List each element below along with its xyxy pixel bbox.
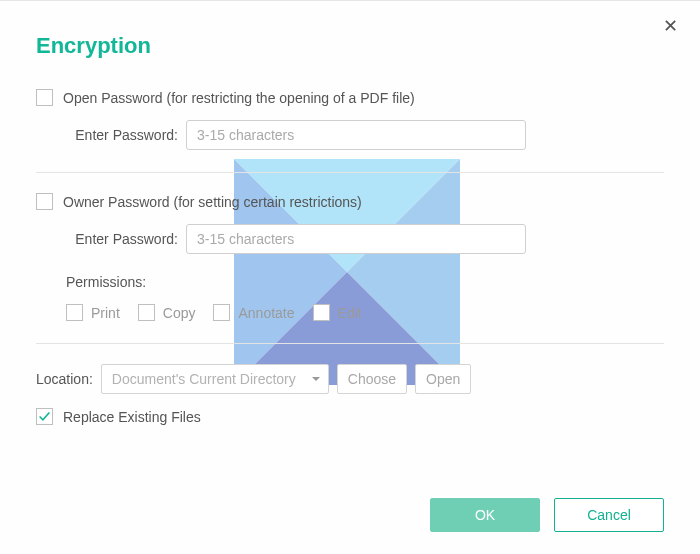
permission-annotate: Annotate xyxy=(213,304,294,321)
location-label: Location: xyxy=(36,371,93,387)
owner-password-field: Enter Password: xyxy=(36,224,664,254)
open-password-row: Open Password (for restricting the openi… xyxy=(36,89,664,106)
permissions-section: Permissions: Print Copy Annotate Edit xyxy=(36,274,664,321)
permission-print-checkbox[interactable] xyxy=(66,304,83,321)
owner-password-checkbox[interactable] xyxy=(36,193,53,210)
owner-password-label: Owner Password (for setting certain rest… xyxy=(63,194,362,210)
permission-copy-label: Copy xyxy=(163,305,196,321)
open-button[interactable]: Open xyxy=(415,364,471,394)
permission-edit-label: Edit xyxy=(338,305,362,321)
replace-existing-label: Replace Existing Files xyxy=(63,409,201,425)
open-password-input[interactable] xyxy=(186,120,526,150)
open-password-label: Open Password (for restricting the openi… xyxy=(63,90,415,106)
choose-button[interactable]: Choose xyxy=(337,364,407,394)
owner-password-input-label: Enter Password: xyxy=(66,231,178,247)
chevron-down-icon xyxy=(312,377,320,381)
permission-annotate-checkbox[interactable] xyxy=(213,304,230,321)
ok-button[interactable]: OK xyxy=(430,498,540,532)
permission-annotate-label: Annotate xyxy=(238,305,294,321)
location-selected-value: Document's Current Directory xyxy=(112,371,296,387)
open-password-field: Enter Password: xyxy=(36,120,664,150)
cancel-button[interactable]: Cancel xyxy=(554,498,664,532)
close-icon[interactable]: ✕ xyxy=(663,15,678,37)
permission-copy: Copy xyxy=(138,304,196,321)
divider xyxy=(36,172,664,173)
replace-existing-checkbox[interactable] xyxy=(36,408,53,425)
dialog-title: Encryption xyxy=(36,33,664,59)
permission-edit-checkbox[interactable] xyxy=(313,304,330,321)
divider xyxy=(36,343,664,344)
permission-copy-checkbox[interactable] xyxy=(138,304,155,321)
replace-row: Replace Existing Files xyxy=(36,408,664,425)
owner-password-input[interactable] xyxy=(186,224,526,254)
permissions-label: Permissions: xyxy=(66,274,664,290)
permission-print: Print xyxy=(66,304,120,321)
open-password-input-label: Enter Password: xyxy=(66,127,178,143)
location-row: Location: Document's Current Directory C… xyxy=(36,364,664,394)
open-password-checkbox[interactable] xyxy=(36,89,53,106)
dialog-footer: OK Cancel xyxy=(430,498,664,532)
owner-password-row: Owner Password (for setting certain rest… xyxy=(36,193,664,210)
permission-edit: Edit xyxy=(313,304,362,321)
location-select[interactable]: Document's Current Directory xyxy=(101,364,329,394)
permission-print-label: Print xyxy=(91,305,120,321)
